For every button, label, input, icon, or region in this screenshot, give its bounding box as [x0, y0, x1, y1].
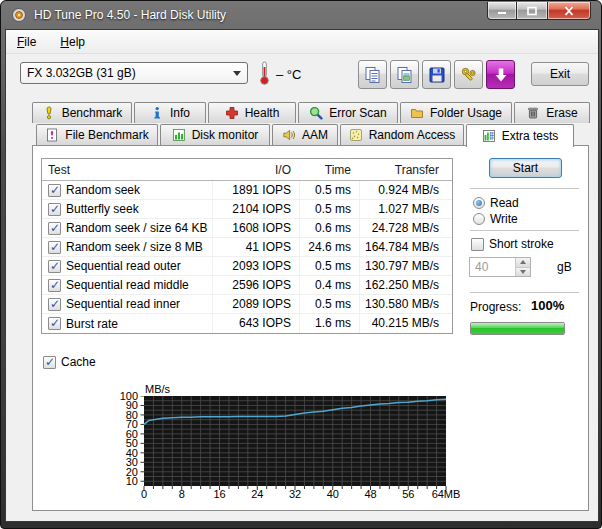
drive-selector-value: FX 3.032GB (31 gB) [27, 66, 233, 80]
save-button[interactable] [422, 60, 451, 89]
transfer-value: 1.027 MB/s [359, 200, 452, 218]
test-name: Burst rate [66, 317, 118, 331]
divider [470, 188, 579, 189]
x-tick-label: 8 [164, 489, 200, 500]
time-value: 1.6 ms [299, 314, 359, 333]
hdtune-app-icon [11, 7, 27, 23]
time-value: 0.5 ms [299, 257, 359, 275]
tab-aam[interactable]: AAM [272, 124, 338, 145]
copy-text-icon [363, 65, 383, 85]
y-tick-label: 10 [126, 476, 138, 487]
cache-checkbox[interactable] [43, 356, 56, 369]
tab-random-access[interactable]: Random Access [340, 124, 464, 145]
row-checkbox[interactable] [48, 222, 61, 235]
table-row[interactable]: Random seek 1891 IOPS 0.5 ms 0.924 MB/s [42, 181, 452, 200]
close-button[interactable] [547, 2, 591, 20]
header-time[interactable]: Time [299, 163, 359, 177]
io-value: 2089 IOPS [212, 295, 299, 313]
tab-label: Info [170, 106, 190, 120]
test-name: Random seek / size 64 KB [66, 221, 207, 235]
tab-file-benchmark[interactable]: File Benchmark [36, 124, 158, 145]
tab-info[interactable]: Info [134, 102, 206, 123]
io-value: 2596 IOPS [212, 276, 299, 294]
extra-tests-icon [482, 129, 496, 143]
row-checkbox[interactable] [48, 298, 61, 311]
maximize-button[interactable] [517, 2, 547, 20]
progress-fill [471, 323, 564, 334]
row-checkbox[interactable] [48, 260, 61, 273]
progress-label: Progress: [470, 300, 521, 314]
toolbar: FX 3.032GB (31 gB) – °C [6, 54, 598, 100]
read-label: Read [490, 196, 519, 210]
read-radio[interactable]: Read [473, 196, 519, 210]
copy-image-button[interactable] [390, 60, 419, 89]
row-checkbox[interactable] [48, 279, 61, 292]
tab-extra-tests[interactable]: Extra tests [466, 124, 574, 147]
x-tick-label: 64MB [428, 489, 464, 500]
table-row[interactable]: Random seek / size 64 KB 1608 IOPS 0.6 m… [42, 219, 452, 238]
cache-chart-plot [140, 396, 452, 492]
test-name: Random seek / size 8 MB [66, 240, 203, 254]
divider [470, 230, 579, 231]
size-unit-label: gB [557, 260, 572, 274]
minimize-button[interactable] [487, 2, 517, 20]
update-button[interactable] [486, 60, 515, 89]
radio-read[interactable] [473, 197, 485, 209]
transfer-value: 164.784 MB/s [359, 238, 452, 256]
short-stroke-checkbox[interactable] [471, 238, 484, 251]
start-button[interactable]: Start [489, 158, 562, 178]
x-tick-label: 56 [390, 489, 426, 500]
table-row[interactable]: Sequential read middle 2596 IOPS 0.4 ms … [42, 276, 452, 295]
tab-erase[interactable]: Erase [514, 102, 590, 123]
tab-label: Error Scan [329, 106, 386, 120]
menu-help[interactable]: Help [58, 33, 87, 51]
health-icon [225, 106, 239, 120]
cache-option[interactable]: Cache [43, 355, 96, 369]
tab-health[interactable]: Health [208, 102, 296, 123]
test-name: Random seek [66, 183, 140, 197]
io-value: 1608 IOPS [212, 219, 299, 237]
io-value: 1891 IOPS [212, 181, 299, 199]
start-button-label: Start [513, 161, 538, 175]
caption-buttons [487, 2, 591, 20]
short-stroke-option[interactable]: Short stroke [471, 237, 554, 251]
title-bar[interactable]: HD Tune Pro 4.50 - Hard Disk Utility [1, 1, 601, 29]
io-value: 2093 IOPS [212, 257, 299, 275]
row-checkbox[interactable] [48, 184, 61, 197]
tab-disk-monitor[interactable]: Disk monitor [160, 124, 270, 145]
row-checkbox[interactable] [48, 317, 61, 330]
stepper-up-icon[interactable] [516, 258, 530, 268]
menu-file[interactable]: File [15, 33, 38, 51]
tab-label: Benchmark [62, 106, 123, 120]
size-value: 40 [470, 258, 515, 276]
drive-selector[interactable]: FX 3.032GB (31 gB) [20, 62, 248, 84]
table-row[interactable]: Random seek / size 8 MB 41 IOPS 24.6 ms … [42, 238, 452, 257]
table-row[interactable]: Butterfly seek 2104 IOPS 0.5 ms 1.027 MB… [42, 200, 452, 219]
header-transfer[interactable]: Transfer [359, 163, 452, 177]
tab-label: Random Access [369, 128, 456, 142]
options-button[interactable] [454, 60, 483, 89]
table-row[interactable]: Sequential read inner 2089 IOPS 0.5 ms 1… [42, 295, 452, 314]
client-area: File Help FX 3.032GB (31 gB) – °C [5, 29, 599, 522]
write-radio[interactable]: Write [473, 212, 518, 226]
row-checkbox[interactable] [48, 241, 61, 254]
x-tick-label: 40 [315, 489, 351, 500]
tab-label: AAM [302, 128, 328, 142]
benchmark-icon [42, 106, 56, 120]
row-checkbox[interactable] [48, 203, 61, 216]
tab-error-scan[interactable]: Error Scan [298, 102, 398, 123]
header-io[interactable]: I/O [212, 163, 299, 177]
exit-button[interactable]: Exit [531, 62, 589, 86]
size-stepper[interactable]: 40 [469, 257, 531, 277]
table-row[interactable]: Burst rate 643 IOPS 1.6 ms 40.215 MB/s [42, 314, 452, 333]
test-name: Sequential read inner [66, 297, 180, 311]
copy-text-button[interactable] [358, 60, 387, 89]
table-row[interactable]: Sequential read outer 2093 IOPS 0.5 ms 1… [42, 257, 452, 276]
radio-write[interactable] [473, 213, 485, 225]
tab-benchmark[interactable]: Benchmark [32, 102, 132, 123]
stepper-down-icon[interactable] [516, 268, 530, 277]
tab-folder-usage[interactable]: Folder Usage [400, 102, 512, 123]
extra-tests-panel: Test I/O Time Transfer Random seek 1891 … [32, 145, 589, 511]
header-test[interactable]: Test [42, 163, 212, 177]
x-tick-label: 16 [202, 489, 238, 500]
